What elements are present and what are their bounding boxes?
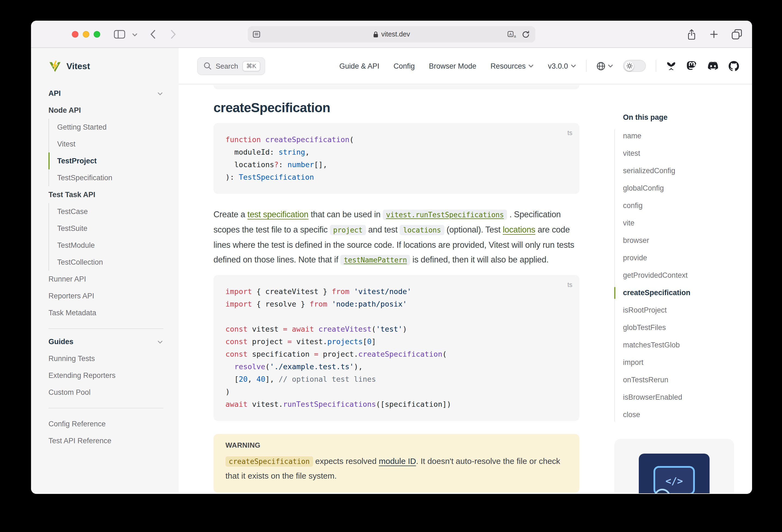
chevron-down-icon	[157, 339, 164, 345]
sidebar-item-running-tests[interactable]: Running Tests	[48, 350, 164, 367]
sidebar-nav: APINode APIGetting StartedVitestTestProj…	[48, 89, 164, 449]
sidebar-item-reporters-api[interactable]: Reporters API	[48, 287, 164, 305]
chevron-down-icon	[157, 90, 164, 97]
theme-toggle[interactable]	[623, 60, 646, 72]
code-preview-illustration: </>	[639, 454, 710, 493]
minimize-icon[interactable]	[83, 31, 89, 38]
sidebar-item-testproject[interactable]: TestProject	[48, 152, 164, 169]
brand-name: Vitest	[66, 62, 90, 71]
code-line: const vitest = await createVitest('test'…	[225, 323, 567, 335]
sidebar-item-vitest[interactable]: Vitest	[48, 136, 164, 152]
toc-item-vitest[interactable]: vitest	[623, 145, 745, 162]
code-line: const specification = project.createSpec…	[225, 348, 567, 360]
toc-item-ontestsrerun[interactable]: onTestsRerun	[623, 371, 745, 389]
nav-link-resources[interactable]: Resources	[490, 62, 534, 70]
share-icon[interactable]	[687, 29, 697, 40]
toc-item-provide[interactable]: provide	[623, 249, 745, 267]
toc-item-createspecification[interactable]: createSpecification	[623, 284, 745, 302]
toc-item-config[interactable]: config	[623, 197, 745, 215]
tab-groups-chevron-icon[interactable]	[132, 33, 137, 36]
mastodon-icon[interactable]	[687, 61, 697, 71]
search-shortcut: ⌘K	[242, 61, 260, 71]
inline-code: project	[330, 225, 366, 235]
nav-link-v3-0-0[interactable]: v3.0.0	[548, 62, 576, 70]
translate-icon[interactable]: Aa	[507, 26, 517, 42]
toc-item-import[interactable]: import	[623, 354, 745, 371]
sidebar-item-task-metadata[interactable]: Task Metadata	[48, 305, 164, 321]
toc-item-getprovidedcontext[interactable]: getProvidedContext	[623, 267, 745, 284]
url-text: vitest.dev	[381, 31, 410, 38]
inline-code: locations	[400, 225, 444, 235]
toc-item-globalconfig[interactable]: globalConfig	[623, 180, 745, 197]
sidebar-item-config-reference[interactable]: Config Reference	[48, 416, 164, 432]
browser-toolbar: vitest.dev Aa	[31, 21, 752, 48]
nav-link-guide-api[interactable]: Guide & API	[339, 62, 379, 70]
sidebar-item-testmodule[interactable]: TestModule	[48, 237, 164, 254]
toc-item-matchestestglob[interactable]: matchesTestGlob	[623, 336, 745, 354]
desktop-background: vitest.dev Aa	[0, 0, 782, 532]
search-button[interactable]: Search ⌘K	[197, 57, 265, 75]
sidebar-item-testspecification[interactable]: TestSpecification	[48, 169, 164, 186]
warning-text: createSpecification expects resolved mod…	[225, 454, 567, 483]
sidebar-item-extending-reporters[interactable]: Extending Reporters	[48, 367, 164, 384]
code-block-example: ts import { createVitest } from 'vitest/…	[213, 275, 579, 421]
nav-link-label: Browser Mode	[429, 62, 476, 70]
page-body: Vitest APINode APIGetting StartedVitestT…	[31, 48, 752, 493]
toc-item-globtestfiles[interactable]: globTestFiles	[623, 319, 745, 336]
sidebar-item-custom-pool[interactable]: Custom Pool	[48, 384, 164, 401]
zoom-icon[interactable]	[94, 31, 100, 38]
sidebar-divider	[48, 408, 164, 409]
forward-icon[interactable]	[171, 29, 176, 39]
sidebar-item-testcase[interactable]: TestCase	[48, 203, 164, 220]
back-icon[interactable]	[150, 29, 156, 39]
reload-icon[interactable]	[522, 26, 530, 42]
inline-link[interactable]: module ID	[379, 456, 416, 466]
sidebar-item-testsuite[interactable]: TestSuite	[48, 220, 164, 237]
sidebar-section-api[interactable]: API	[48, 89, 164, 98]
sidebar-divider	[48, 328, 164, 329]
inline-code[interactable]: vitest.runTestSpecifications	[383, 210, 507, 220]
code-line: resolve('./example.test.ts'),	[225, 360, 567, 373]
toc-item-close[interactable]: close	[623, 406, 745, 424]
code-line: import { createVitest } from 'vitest/nod…	[225, 285, 567, 298]
brand-home-link[interactable]: Vitest	[48, 52, 166, 80]
sidebar-item-getting-started[interactable]: Getting Started	[48, 119, 164, 136]
sponsor-card[interactable]: </>	[614, 439, 734, 493]
toc-item-serializedconfig[interactable]: serializedConfig	[623, 162, 745, 180]
toc-item-vite[interactable]: vite	[623, 215, 745, 232]
nav-link-browser-mode[interactable]: Browser Mode	[429, 62, 476, 70]
sidebar-item-test-task-api[interactable]: Test Task API	[48, 186, 164, 203]
sidebar-toggle-icon[interactable]	[114, 30, 125, 39]
nav-link-label: v3.0.0	[548, 62, 568, 70]
sidebar-item-test-api-reference[interactable]: Test API Reference	[48, 432, 164, 449]
bluesky-icon[interactable]	[666, 61, 676, 71]
tab-overview-icon[interactable]	[731, 29, 742, 40]
inline-link[interactable]: locations	[503, 225, 535, 234]
toc-item-isrootproject[interactable]: isRootProject	[623, 302, 745, 319]
toc-item-name[interactable]: name	[623, 128, 745, 145]
toc-item-browser[interactable]: browser	[623, 232, 745, 249]
language-menu[interactable]	[596, 61, 613, 71]
chevron-down-icon	[571, 64, 576, 68]
language-globe-icon	[596, 61, 606, 71]
code-line: const project = vitest.projects[0]	[225, 335, 567, 348]
code-line: ): TestSpecification	[225, 171, 567, 183]
address-bar[interactable]: vitest.dev Aa	[248, 26, 535, 42]
code-line: locations?: number[],	[225, 158, 567, 171]
sidebar-item-node-api[interactable]: Node API	[48, 102, 164, 119]
sidebar-item-runner-api[interactable]: Runner API	[48, 271, 164, 287]
discord-icon[interactable]	[707, 62, 718, 70]
sidebar-item-testcollection[interactable]: TestCollection	[48, 254, 164, 271]
nav-link-label: Resources	[490, 62, 526, 70]
inline-code[interactable]: testNamePattern	[341, 255, 410, 265]
sidebar-section-guides[interactable]: Guides	[48, 338, 164, 346]
inline-link[interactable]: test specification	[248, 210, 309, 219]
new-tab-icon[interactable]	[710, 30, 718, 39]
lock-icon	[373, 31, 379, 38]
nav-link-config[interactable]: Config	[393, 62, 415, 70]
page-settings-icon[interactable]	[253, 26, 260, 42]
github-icon[interactable]	[728, 61, 739, 71]
toc-item-isbrowserenabled[interactable]: isBrowserEnabled	[623, 389, 745, 406]
toc-outline-line	[614, 130, 615, 422]
close-icon[interactable]	[72, 31, 78, 38]
